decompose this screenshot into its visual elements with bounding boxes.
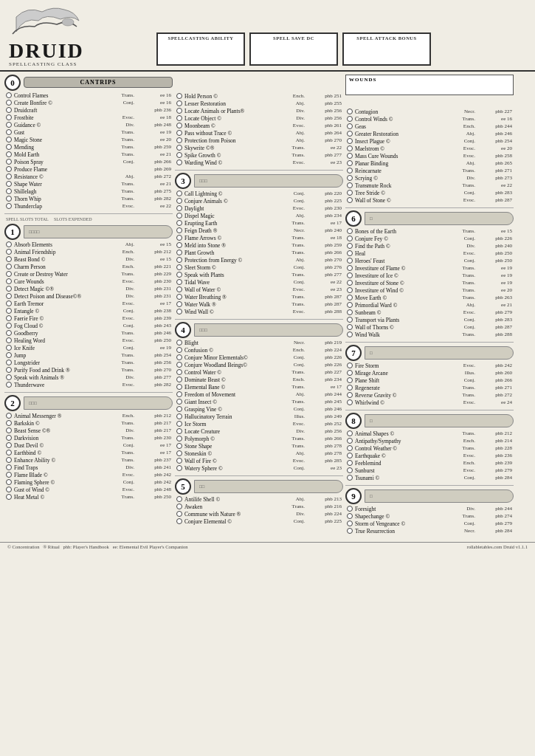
list-item[interactable]: Locate Animals or Plants®Div.phb 256 [175,107,343,114]
spell-prepared-circle[interactable] [6,494,12,500]
spell-prepared-circle[interactable] [176,250,182,255]
spell-prepared-circle[interactable] [347,182,353,188]
list-item[interactable]: Create Bonfire ©Conj.ee 16 [4,99,173,106]
spell-prepared-circle[interactable] [6,196,12,202]
list-item[interactable]: Wind Wall ©Evoc.phb 288 [175,308,343,315]
spell-prepared-circle[interactable] [6,166,12,172]
list-item[interactable]: Flame Arrows ©Trans.ee 18 [175,234,343,241]
spell-prepared-circle[interactable] [347,460,353,466]
list-item[interactable]: Conjure Elemental ©Conj.phb 225 [175,518,343,525]
list-item[interactable]: Absorb ElementsAbj.ee 15 [4,241,173,248]
spell-prepared-circle[interactable] [6,129,12,135]
list-item[interactable]: ReincarnateTrans.phb 271 [345,167,514,174]
list-item[interactable]: Earthbind ©Trans.ee 17 [4,449,173,456]
list-item[interactable]: Hallucinatory TerrainIllus.phb 249 [175,413,343,420]
spell-prepared-circle[interactable] [176,450,182,456]
spell-prepared-circle[interactable] [347,153,353,159]
spell-prepared-circle[interactable] [176,100,182,106]
list-item[interactable]: Purify Food and Drink ®Trans.phb 270 [4,366,173,374]
list-item[interactable]: Investiture of Flame ©Trans.ee 19 [345,264,514,272]
list-item[interactable]: Hold Person ©Ench.phb 251 [175,92,343,100]
list-item[interactable]: Druidcraftphb 236 [4,106,173,114]
list-item[interactable]: Entangle ©Conj.phb 238 [4,307,173,315]
list-item[interactable]: Protection from PoisonAbj.phb 270 [175,137,343,144]
spell-prepared-circle[interactable] [176,213,182,219]
list-item[interactable]: JumpTrans.phb 254 [4,351,173,359]
list-item[interactable]: Pass without Trace ©Abj.phb 264 [175,129,343,137]
list-item[interactable]: Polymorph ©Trans.phb 266 [175,435,343,442]
spell-prepared-circle[interactable] [176,190,182,196]
spell-prepared-circle[interactable] [6,271,12,277]
spell-prepared-circle[interactable] [347,528,353,534]
spell-prepared-circle[interactable] [347,116,353,122]
spell-prepared-circle[interactable] [347,309,353,315]
spell-prepared-circle[interactable] [176,436,182,441]
spell-prepared-circle[interactable] [6,241,12,247]
spell-prepared-circle[interactable] [6,249,12,255]
list-item[interactable]: Control Winds ©Trans.ee 16 [345,115,514,123]
list-item[interactable]: Tree Stride ©Conj.phb 283 [345,189,514,196]
spell-prepared-circle[interactable] [176,242,182,248]
list-item[interactable]: DarkvisionTrans.phb 230 [4,434,173,441]
spell-prepared-circle[interactable] [176,443,182,449]
spell-prepared-circle[interactable] [176,286,182,292]
list-item[interactable]: Earth TremorEvoc.ee 17 [4,300,173,307]
list-item[interactable]: Tidal WaveConj.ee 22 [175,278,343,286]
list-item[interactable]: Detect Magic ©®Div.phb 231 [4,285,173,292]
list-item[interactable]: Wall of Water ©Evoc.ee 23 [175,286,343,293]
spell-prepared-circle[interactable] [6,188,12,194]
list-item[interactable]: Find the Path ©Div.phb 240 [345,242,514,250]
list-item[interactable]: Sunbeam ©Evoc.phb 279 [345,309,514,316]
list-item[interactable]: Insect Plague ©Conj.phb 254 [345,137,514,145]
spell-prepared-circle[interactable] [6,122,12,128]
list-item[interactable]: Wall of Fire ©Evoc.phb 285 [175,457,343,464]
list-item[interactable]: Beast Sense ©®Div.phb 217 [4,427,173,434]
list-item[interactable]: Animal FriendshipEnch.phb 212 [4,248,173,255]
spell-prepared-circle[interactable] [176,406,182,412]
list-item[interactable]: Investiture of Ice ©Trans.ee 19 [345,272,514,279]
list-item[interactable]: Investiture of Wind ©Trans.ee 20 [345,286,514,294]
spell-prepared-circle[interactable] [176,309,182,315]
list-item[interactable]: Beast Bond ©Div.ee 15 [4,255,173,263]
list-item[interactable]: Giant Insect ©Trans.phb 245 [175,398,343,405]
spell-prepared-circle[interactable] [176,294,182,300]
list-item[interactable]: Scrying ©Div.phb 273 [345,174,514,182]
list-item[interactable]: Stoneskin ©Abj.phb 278 [175,450,343,457]
spell-prepared-circle[interactable] [347,362,353,368]
spell-prepared-circle[interactable] [176,205,182,211]
spell-prepared-circle[interactable] [347,145,353,151]
spell-prepared-circle[interactable] [347,258,353,264]
spell-prepared-circle[interactable] [6,315,12,321]
list-item[interactable]: Conjure Minor Elementals©Conj.phb 226 [175,354,343,361]
list-item[interactable]: Barkskin ©Trans.phb 217 [4,419,173,427]
spell-prepared-circle[interactable] [176,421,182,427]
spell-prepared-circle[interactable] [176,257,182,263]
spell-prepared-circle[interactable] [6,472,12,478]
spell-prepared-circle[interactable] [347,280,353,286]
list-item[interactable]: HealEvoc.phb 250 [345,250,514,257]
spell-prepared-circle[interactable] [6,151,12,157]
list-item[interactable]: Bones of the EarthTrans.ee 15 [345,227,514,235]
spell-prepared-circle[interactable] [6,360,12,365]
spell-prepared-circle[interactable] [176,272,182,278]
spell-prepared-circle[interactable] [347,445,353,451]
list-item[interactable]: Animal Shapes ©Trans.phb 212 [345,430,514,437]
spell-prepared-circle[interactable] [6,450,12,456]
list-item[interactable]: Earthquake ©Evoc.phb 236 [345,452,514,459]
list-item[interactable]: Elemental Bane ©Trans.ee 17 [175,383,343,391]
list-item[interactable]: Animal Messenger ®Ench.phb 212 [4,412,173,419]
list-item[interactable]: Moonbeam ©Evoc.phb 261 [175,122,343,129]
list-item[interactable]: Freedom of MovementAbj.phb 244 [175,391,343,398]
spell-prepared-circle[interactable] [6,427,12,433]
list-item[interactable]: Call Lightning ©Conj.phb 220 [175,190,343,197]
spell-prepared-circle[interactable] [347,109,353,114]
list-item[interactable]: Ice KnifeConj.ee 19 [4,344,173,351]
list-item[interactable]: Antilife Shell ©Abj.phb 213 [175,495,343,503]
list-item[interactable]: Resistance ©Abj.phb 272 [4,173,173,180]
list-item[interactable]: Mass Cure WoundsEvoc.phb 258 [345,152,514,159]
spell-prepared-circle[interactable] [6,144,12,150]
spell-prepared-circle[interactable] [176,159,182,165]
list-item[interactable]: ThunderwaveEvoc.phb 282 [4,381,173,388]
spell-prepared-circle[interactable] [347,453,353,458]
list-item[interactable]: Reverse Gravity ©Trans.phb 272 [345,391,514,399]
